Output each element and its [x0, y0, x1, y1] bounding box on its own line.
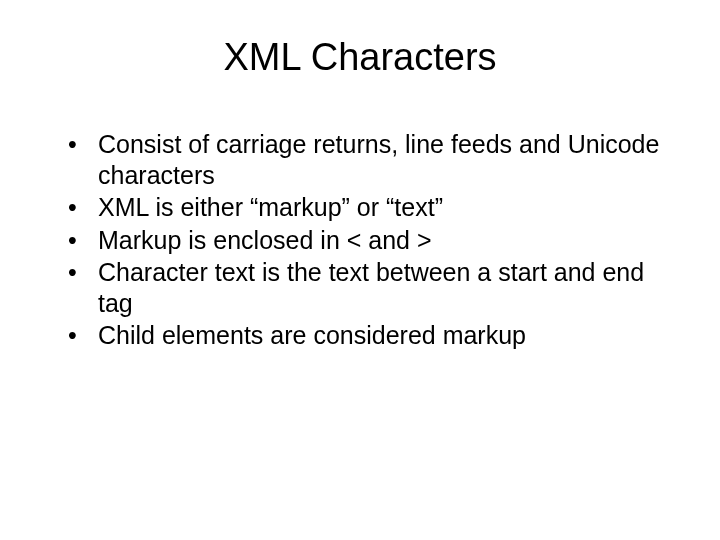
list-item: Consist of carriage returns, line feeds … — [68, 129, 680, 190]
slide-title: XML Characters — [40, 36, 680, 79]
slide: XML Characters Consist of carriage retur… — [0, 0, 720, 540]
list-item: XML is either “markup” or “text” — [68, 192, 680, 223]
list-item: Child elements are considered markup — [68, 320, 680, 351]
list-item: Character text is the text between a sta… — [68, 257, 680, 318]
list-item: Markup is enclosed in < and > — [68, 225, 680, 256]
bullet-list: Consist of carriage returns, line feeds … — [40, 129, 680, 351]
